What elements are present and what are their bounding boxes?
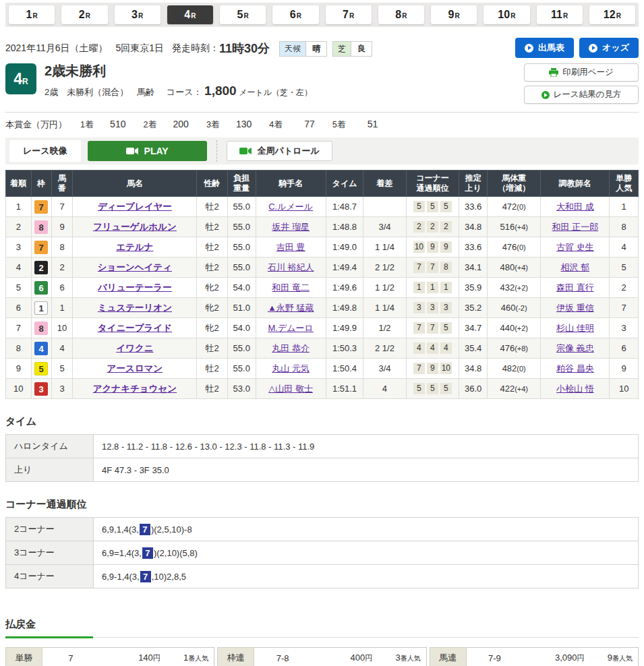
trainer-link[interactable]: 大和田 成: [556, 202, 594, 212]
jockey-link[interactable]: M.デムーロ: [268, 323, 313, 333]
finish-position: 7: [6, 318, 32, 338]
jockey-link[interactable]: △山田 敬士: [268, 384, 313, 394]
horse-weight-cell: 422(+4): [488, 379, 541, 399]
results-row: 844イワクニ牡255.0丸田 恭介1:50.32 1/244435.4476(…: [6, 338, 639, 359]
race-title-block: 4 R 2歳未勝利 2歳 未勝利（混合） 馬齢 コース： 1,800 メートル（…: [5, 63, 312, 98]
win-popularity: 7: [610, 298, 639, 318]
print-page-button[interactable]: 印刷用ページ: [524, 63, 639, 82]
horse-link[interactable]: フリューゲルホルン: [93, 222, 177, 232]
horse-link[interactable]: ミュステーリオン: [98, 303, 172, 313]
horse-link[interactable]: アースロマン: [107, 363, 163, 373]
corner-position: 4: [427, 342, 438, 354]
results-column-header: コーナー 通過順位: [406, 171, 459, 197]
horse-weight: 482: [502, 363, 517, 373]
results-guide-button[interactable]: レース結果の見方: [524, 86, 639, 104]
tab-number: 7: [343, 9, 349, 21]
tab-number: 4: [184, 9, 190, 21]
jockey-link[interactable]: C.ルメール: [268, 202, 313, 212]
race-tab-11R[interactable]: 11R: [537, 5, 583, 24]
results-column-header: 着順: [6, 171, 32, 197]
horse-weight-change: (0): [517, 203, 525, 211]
margin: [363, 197, 406, 217]
horse-weight-change: (+4): [515, 264, 528, 272]
race-tab-4R[interactable]: 4R: [167, 5, 213, 24]
corner-order-cell: 1099: [406, 237, 459, 258]
race-tab-5R[interactable]: 5R: [220, 5, 266, 24]
horse-link[interactable]: ショーンヘイティ: [98, 262, 172, 272]
race-tab-9R[interactable]: 9R: [431, 5, 477, 24]
frame-number-badge: 7: [34, 241, 48, 254]
arrow-circle-icon: [589, 44, 597, 53]
results-column-header: 推定 上り: [459, 171, 488, 197]
corner-order-cell: 7910: [406, 359, 459, 379]
corner-row: 4コーナー6,9-1,4(3,7,10)2,8,5: [6, 565, 639, 588]
results-column-header: 調教師名: [541, 171, 610, 197]
race-tab-7R[interactable]: 7R: [326, 5, 372, 24]
odds-button[interactable]: オッズ: [579, 38, 639, 58]
corner-order-cell: 775: [406, 318, 459, 338]
payout-amount: 140円: [99, 648, 166, 666]
race-tab-6R[interactable]: 6R: [272, 5, 318, 24]
horse-weight-cell: 460(-2): [488, 298, 541, 318]
jockey-link[interactable]: ▲永野 猛蔵: [268, 303, 314, 313]
jockey-link[interactable]: 丸山 元気: [272, 363, 310, 373]
horse-link[interactable]: エテルナ: [116, 242, 153, 252]
race-title: 2歳未勝利: [45, 63, 312, 79]
finish-position: 8: [6, 338, 32, 359]
jockey-link[interactable]: 石川 裕紀人: [268, 262, 314, 272]
sex-age: 牡2: [197, 359, 227, 379]
horse-weight: 460: [501, 303, 516, 313]
trainer-link[interactable]: 伊坂 重信: [556, 303, 594, 313]
corner-position: 2: [413, 221, 425, 233]
trainer-link[interactable]: 和田 正一郎: [552, 222, 599, 232]
jockey-link[interactable]: 丸田 恭介: [272, 343, 310, 353]
race-tab-3R[interactable]: 3R: [115, 5, 160, 24]
race-tab-2R[interactable]: 2R: [61, 5, 107, 24]
play-video-button[interactable]: PLAY: [88, 141, 207, 161]
trainer-link[interactable]: 宗像 義忠: [556, 343, 594, 353]
race-video-bar: レース映像 PLAY 全周パトロール: [5, 138, 639, 164]
corner-position: 2: [427, 221, 438, 233]
trainer-link[interactable]: 粕谷 昌央: [556, 363, 594, 373]
trainer-link[interactable]: 小桧山 悟: [556, 384, 594, 394]
race-conditions-text: 2歳 未勝利（混合） 馬齢: [45, 87, 154, 97]
race-tab-12R[interactable]: 12R: [589, 5, 635, 24]
jockey-link[interactable]: 和田 竜二: [272, 282, 310, 293]
finish-position: 9: [6, 359, 32, 379]
corner-order-cell: 555: [406, 379, 459, 399]
jockey-link[interactable]: 坂井 瑠星: [272, 222, 310, 232]
horse-link[interactable]: ディープレイヤー: [98, 202, 172, 212]
jockey-link[interactable]: 吉田 豊: [276, 242, 305, 252]
trainer-link[interactable]: 古賀 史生: [556, 242, 594, 252]
jockey-cell: 丸山 元気: [256, 359, 326, 379]
payout-row: 単勝7140円1番人気: [6, 648, 214, 666]
trainer-cell: 相沢 郁: [541, 258, 610, 278]
race-tab-8R[interactable]: 8R: [378, 5, 424, 24]
frame-number-badge: 6: [34, 281, 48, 295]
horse-link[interactable]: イワクニ: [116, 343, 153, 353]
horse-link[interactable]: アクナキチョウセン: [93, 384, 177, 394]
sex-age: 牡2: [197, 217, 227, 237]
trainer-cell: 古賀 史生: [541, 237, 610, 258]
trainer-link[interactable]: 相沢 郁: [561, 262, 590, 272]
finish-position: 4: [6, 258, 32, 278]
corner-position: 5: [440, 322, 452, 334]
payout-combination: 7-8: [254, 648, 311, 666]
corner-order-cell: 333: [406, 298, 459, 318]
start-time-value: 11時30分: [219, 40, 270, 57]
horse-link[interactable]: タイニープライド: [98, 323, 172, 333]
race-tab-10R[interactable]: 10R: [484, 5, 529, 24]
finish-time: 1:49.4: [326, 258, 363, 278]
trainer-link[interactable]: 森田 直行: [556, 282, 594, 293]
trainer-cell: 森田 直行: [541, 278, 610, 298]
trainer-link[interactable]: 杉山 佳明: [556, 323, 594, 333]
prize-item: 4着77: [269, 119, 314, 131]
entries-button[interactable]: 出馬表: [515, 38, 574, 58]
track-label: 芝: [333, 42, 351, 56]
corner-order-cell: 444: [406, 338, 459, 359]
horse-weight-cell: 476(+8): [488, 338, 541, 359]
patrol-video-button[interactable]: 全周パトロール: [227, 141, 332, 161]
race-tab-1R[interactable]: 1R: [9, 5, 55, 24]
last-3f-time: 34.7: [459, 318, 488, 338]
horse-link[interactable]: バリューテーラー: [98, 282, 172, 293]
